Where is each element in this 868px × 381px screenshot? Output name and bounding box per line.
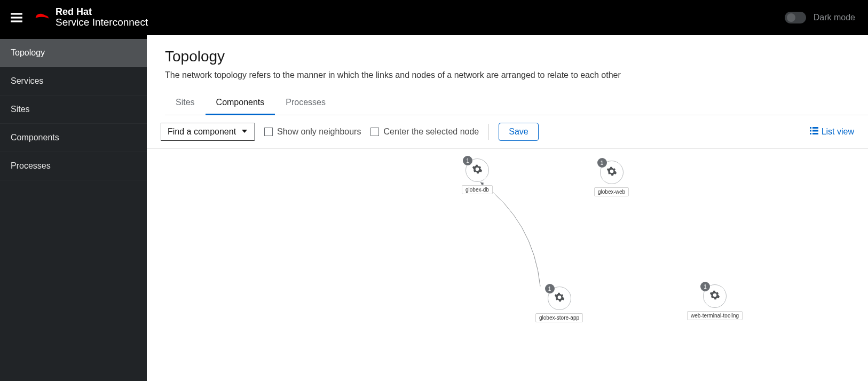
topology-node[interactable]: 1globex-store-app bbox=[535, 287, 583, 322]
node-badge: 1 bbox=[597, 158, 607, 168]
sidebar-item-sites[interactable]: Sites bbox=[0, 96, 147, 124]
show-neighbours-label: Show only neighbours bbox=[277, 127, 361, 137]
sidebar-divider bbox=[0, 35, 147, 39]
brand-line2: Service Interconnect bbox=[56, 17, 148, 28]
node-badge: 1 bbox=[463, 156, 472, 165]
topology-node[interactable]: 1web-terminal-tooling bbox=[687, 284, 743, 320]
sidebar-item-label: Components bbox=[11, 133, 59, 142]
sidebar-item-components[interactable]: Components bbox=[0, 124, 147, 152]
brand-line1: Red Hat bbox=[56, 7, 148, 18]
sidebar-item-label: Processes bbox=[11, 161, 51, 170]
sidebar: Topology Services Sites Components Proce… bbox=[0, 35, 147, 381]
sidebar-item-label: Sites bbox=[11, 105, 30, 114]
tabs: Sites Components Processes bbox=[165, 92, 868, 115]
topology-edge bbox=[480, 182, 540, 287]
topology-canvas[interactable]: 1globex-db1globex-web1globex-store-app1w… bbox=[147, 149, 868, 381]
show-neighbours-group: Show only neighbours bbox=[264, 127, 361, 137]
toggle-thumb bbox=[787, 13, 795, 22]
gears-icon bbox=[472, 164, 483, 177]
page-description: The network topology refers to the manne… bbox=[165, 70, 850, 80]
brand-text: Red Hat Service Interconnect bbox=[56, 7, 148, 29]
node-circle[interactable]: 1 bbox=[703, 284, 727, 308]
sidebar-item-topology[interactable]: Topology bbox=[0, 39, 147, 67]
header-right: Dark mode bbox=[785, 12, 858, 23]
dropdown-label: Find a component bbox=[168, 127, 236, 137]
dark-mode-toggle[interactable] bbox=[785, 12, 806, 23]
node-badge: 1 bbox=[545, 284, 555, 293]
list-view-label: List view bbox=[822, 127, 854, 137]
svg-point-3 bbox=[35, 17, 49, 21]
main: Topology The network topology refers to … bbox=[147, 35, 868, 381]
sidebar-item-label: Services bbox=[11, 76, 43, 85]
node-circle[interactable]: 1 bbox=[465, 158, 489, 182]
toolbar-separator bbox=[488, 124, 489, 140]
center-selected-group: Center the selected node bbox=[370, 127, 479, 137]
tab-components[interactable]: Components bbox=[206, 92, 275, 115]
svg-rect-0 bbox=[11, 13, 22, 14]
svg-rect-6 bbox=[810, 130, 811, 132]
sidebar-item-services[interactable]: Services bbox=[0, 67, 147, 96]
tab-label: Processes bbox=[286, 98, 326, 107]
gears-icon bbox=[709, 290, 720, 303]
node-label: web-terminal-tooling bbox=[687, 311, 743, 320]
node-label: globex-db bbox=[462, 185, 493, 194]
tab-label: Sites bbox=[176, 98, 195, 107]
sidebar-item-processes[interactable]: Processes bbox=[0, 152, 147, 180]
tab-label: Components bbox=[216, 98, 265, 107]
page-title: Topology bbox=[165, 48, 850, 65]
gears-icon bbox=[606, 166, 617, 179]
svg-rect-5 bbox=[812, 127, 818, 129]
header-left: Red Hat Service Interconnect bbox=[10, 7, 148, 29]
node-circle[interactable]: 1 bbox=[600, 161, 624, 184]
gears-icon bbox=[554, 292, 565, 305]
find-component-dropdown[interactable]: Find a component bbox=[161, 123, 255, 141]
list-view-link[interactable]: List view bbox=[810, 126, 854, 137]
svg-rect-7 bbox=[812, 130, 818, 132]
body-row: Topology Services Sites Components Proce… bbox=[0, 35, 868, 381]
node-label: globex-store-app bbox=[535, 313, 583, 322]
svg-rect-1 bbox=[11, 17, 22, 18]
show-neighbours-checkbox[interactable] bbox=[264, 128, 273, 136]
save-button[interactable]: Save bbox=[499, 123, 538, 141]
svg-rect-8 bbox=[810, 133, 811, 134]
center-selected-checkbox[interactable] bbox=[370, 128, 379, 136]
node-badge: 1 bbox=[700, 282, 710, 291]
page-header: Topology The network topology refers to … bbox=[147, 35, 868, 92]
svg-rect-9 bbox=[812, 133, 818, 134]
list-icon bbox=[810, 126, 818, 137]
svg-rect-2 bbox=[11, 20, 22, 22]
center-selected-label: Center the selected node bbox=[383, 127, 479, 137]
tab-sites[interactable]: Sites bbox=[165, 92, 206, 115]
sidebar-item-label: Topology bbox=[11, 48, 45, 57]
edge-layer bbox=[147, 149, 868, 381]
caret-down-icon bbox=[241, 127, 248, 137]
node-label: globex-web bbox=[594, 187, 629, 196]
topology-node[interactable]: 1globex-web bbox=[594, 161, 629, 196]
brand: Red Hat Service Interconnect bbox=[33, 7, 148, 29]
toolbar: Find a component Show only neighbours Ce… bbox=[147, 115, 868, 149]
save-button-label: Save bbox=[509, 127, 528, 136]
node-circle[interactable]: 1 bbox=[548, 287, 571, 310]
svg-rect-4 bbox=[810, 127, 811, 129]
redhat-logo-icon bbox=[33, 10, 50, 25]
topology-node[interactable]: 1globex-db bbox=[462, 158, 493, 194]
hamburger-icon[interactable] bbox=[10, 11, 23, 25]
tab-processes[interactable]: Processes bbox=[275, 92, 336, 115]
header: Red Hat Service Interconnect Dark mode bbox=[0, 0, 868, 35]
dark-mode-label: Dark mode bbox=[814, 13, 855, 22]
